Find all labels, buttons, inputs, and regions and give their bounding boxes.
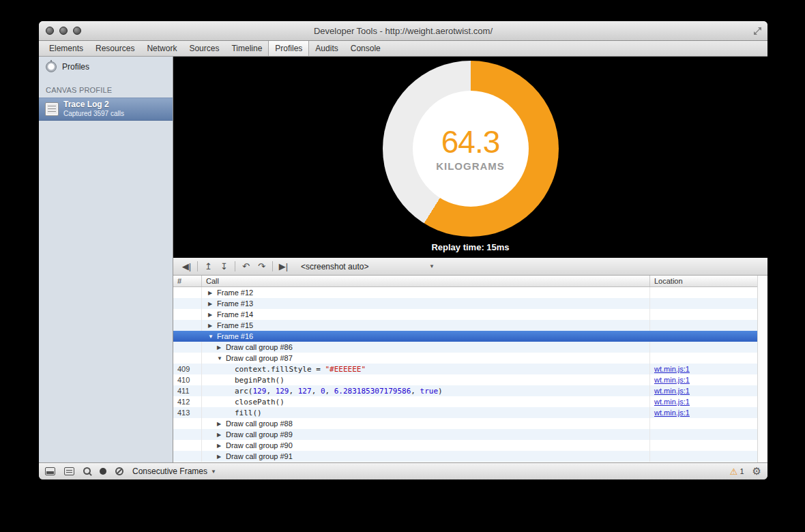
devtools-window: Developer Tools - http://weight.aerotwis… <box>39 21 767 479</box>
table-row[interactable]: ▶Draw call group #89 <box>173 429 767 440</box>
tab-timeline[interactable]: Timeline <box>225 41 268 56</box>
previous-draw-call-button[interactable]: ↥ <box>201 260 216 274</box>
table-row[interactable]: ▶Frame #13 <box>173 298 767 309</box>
code-token-number: 6.283185307179586 <box>334 387 411 396</box>
column-header-location[interactable]: Location <box>650 276 767 286</box>
tab-sources[interactable]: Sources <box>183 41 225 56</box>
table-row[interactable]: ▶Frame #14 <box>173 309 767 320</box>
disclosure-triangle-icon[interactable]: ▶ <box>207 312 217 318</box>
column-header-num[interactable]: # <box>173 276 202 286</box>
code-token: Draw call group #88 <box>226 419 293 428</box>
location-cell <box>650 429 767 440</box>
tab-console[interactable]: Console <box>345 41 387 56</box>
disclosure-triangle-icon[interactable]: ▶ <box>216 432 226 438</box>
trace-grid-icon <box>45 102 59 116</box>
location-cell <box>650 287 767 298</box>
table-row[interactable]: ▶Draw call group #91 <box>173 451 767 462</box>
traffic-lights <box>46 21 81 40</box>
warning-badge[interactable]: ⚠ 1 <box>730 467 744 477</box>
window-titlebar[interactable]: Developer Tools - http://weight.aerotwis… <box>39 21 767 41</box>
tab-network[interactable]: Network <box>141 41 183 56</box>
row-number <box>173 309 202 320</box>
table-row[interactable]: ▶Draw call group #88 <box>173 418 767 429</box>
disclosure-triangle-icon[interactable]: ▶ <box>216 454 226 460</box>
location-link[interactable]: wt.min.js:1 <box>654 365 690 373</box>
row-number: 410 <box>173 374 202 385</box>
table-row[interactable]: ▶Draw call group #90 <box>173 440 767 451</box>
table-row[interactable]: ▼Draw call group #87 <box>173 353 767 364</box>
call-cell: ▶Draw call group #88 <box>202 418 650 429</box>
weight-donut-center: 64.3 KILOGRAMS <box>413 91 529 207</box>
tab-elements[interactable]: Elements <box>43 41 89 56</box>
code-token: ) <box>438 387 443 396</box>
disclosure-triangle-icon[interactable]: ▼ <box>216 355 226 361</box>
table-row[interactable]: ▶Frame #12 <box>173 287 767 298</box>
code-token: closePath() <box>235 398 284 407</box>
search-icon[interactable] <box>83 467 91 475</box>
dock-icon[interactable] <box>45 467 55 475</box>
tab-profiles[interactable]: Profiles <box>268 41 309 56</box>
table-row[interactable]: ▶Draw call group #86 <box>173 342 767 353</box>
close-button[interactable] <box>46 27 54 35</box>
tab-audits[interactable]: Audits <box>309 41 344 56</box>
minimize-button[interactable] <box>59 27 68 35</box>
step-backward-button[interactable]: ◀| <box>179 260 194 274</box>
disclosure-triangle-icon[interactable]: ▶ <box>207 301 217 307</box>
window-title: Developer Tools - http://weight.aerotwis… <box>314 26 493 36</box>
chevron-down-icon: ▼ <box>211 469 216 475</box>
location-link[interactable]: wt.min.js:1 <box>654 387 690 395</box>
vertical-scrollbar[interactable] <box>757 276 767 462</box>
screenshot-dropdown[interactable]: <screenshot auto> ▼ <box>301 262 435 271</box>
next-draw-call-button[interactable]: ↧ <box>216 260 232 274</box>
location-cell <box>650 298 767 309</box>
location-link[interactable]: wt.min.js:1 <box>654 376 690 384</box>
table-row[interactable]: ▼Frame #16 <box>173 331 767 342</box>
location-link[interactable]: wt.min.js:1 <box>654 398 690 406</box>
location-cell <box>650 440 767 451</box>
disclosure-triangle-icon[interactable]: ▶ <box>216 443 226 449</box>
call-cell: ▶Draw call group #89 <box>202 429 650 440</box>
table-row[interactable]: 411arc(129, 129, 127, 0, 6.2831853071795… <box>173 385 767 396</box>
replay-forward-button[interactable]: ↷ <box>254 260 269 274</box>
disclosure-triangle-icon[interactable]: ▶ <box>207 323 217 329</box>
record-icon[interactable] <box>100 468 106 475</box>
step-forward-button[interactable]: ▶| <box>276 260 291 274</box>
location-cell: wt.min.js:1 <box>650 364 767 374</box>
code-token: Draw call group #86 <box>226 343 293 351</box>
expand-window-icon[interactable] <box>753 27 762 35</box>
call-cell: beginPath() <box>202 374 650 385</box>
disclosure-triangle-icon[interactable]: ▶ <box>216 421 226 427</box>
frames-dropdown[interactable]: Consecutive Frames ▼ <box>132 467 216 476</box>
call-cell: ▶Frame #12 <box>202 287 650 298</box>
console-drawer-icon[interactable] <box>64 467 74 475</box>
column-header-call[interactable]: Call <box>202 276 650 286</box>
canvas-profiler-content: 64.3 KILOGRAMS Replay time: 15ms ◀|↥↧↶↷▶… <box>173 57 767 462</box>
sidebar-header-label: Profiles <box>62 62 89 72</box>
location-link[interactable]: wt.min.js:1 <box>654 409 690 417</box>
row-number <box>173 320 202 331</box>
disclosure-triangle-icon[interactable]: ▼ <box>207 334 217 340</box>
sidebar-item-trace-log-2[interactable]: Trace Log 2 Captured 3597 calls <box>39 98 173 121</box>
call-cell: ▶Draw call group #91 <box>202 451 650 462</box>
code-token: Frame #16 <box>217 332 253 340</box>
disclosure-triangle-icon[interactable]: ▶ <box>216 344 226 351</box>
table-row[interactable]: 410beginPath()wt.min.js:1 <box>173 374 767 385</box>
replay-time-label: Replay time: 15ms <box>173 242 767 252</box>
disclosure-triangle-icon[interactable]: ▶ <box>207 290 217 296</box>
toolbar-separator <box>235 261 235 271</box>
replay-backward-button[interactable]: ↶ <box>238 260 254 274</box>
table-row[interactable]: 413fill()wt.min.js:1 <box>173 407 767 418</box>
tab-resources[interactable]: Resources <box>89 41 141 56</box>
replay-controls: ◀|↥↧↶↷▶| <box>179 260 291 274</box>
zoom-button[interactable] <box>73 27 81 35</box>
profiles-clock-icon <box>46 61 57 72</box>
table-row[interactable]: 409context.fillStyle = "#EEEEEE"wt.min.j… <box>173 364 767 374</box>
location-cell: wt.min.js:1 <box>650 374 767 385</box>
table-row[interactable]: 412closePath()wt.min.js:1 <box>173 396 767 407</box>
call-log-table: #CallLocation ▶Frame #12▶Frame #13▶Frame… <box>173 276 767 462</box>
tab-bar: ElementsResourcesNetworkSourcesTimelineP… <box>39 41 767 57</box>
code-token-number: 129 <box>276 387 289 396</box>
clear-icon[interactable] <box>115 467 123 475</box>
gear-icon[interactable]: ⚙ <box>752 465 761 477</box>
table-row[interactable]: ▶Frame #15 <box>173 320 767 331</box>
